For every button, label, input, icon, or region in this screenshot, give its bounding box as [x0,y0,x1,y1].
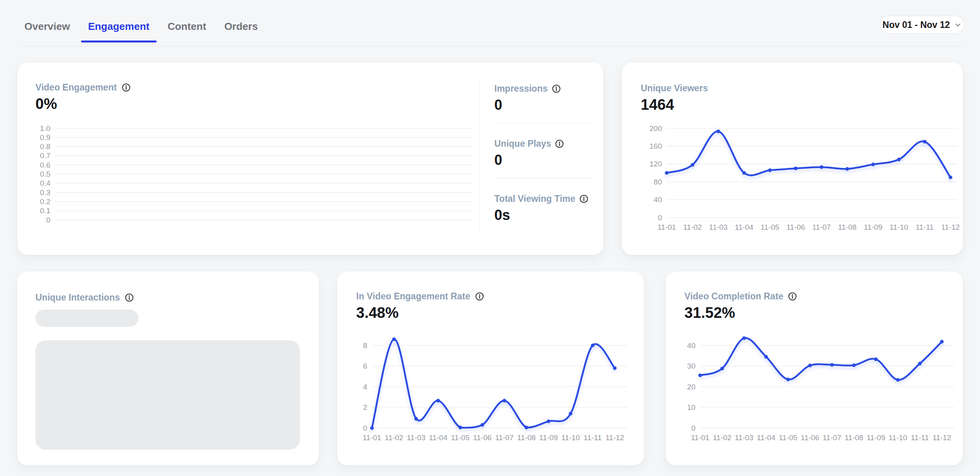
tab-orders-label: Orders [224,20,258,32]
svg-text:11-10: 11-10 [889,223,908,231]
svg-text:160: 160 [649,142,662,150]
svg-text:11-08: 11-08 [517,434,536,442]
svg-text:1.0: 1.0 [40,124,50,133]
svg-text:20: 20 [687,383,695,391]
tab-overview[interactable]: Overview [24,20,70,42]
svg-text:0.7: 0.7 [40,151,50,160]
date-range-picker[interactable]: Nov 01 - Nov 12 [880,16,964,34]
svg-text:200: 200 [649,124,662,133]
svg-text:11-03: 11-03 [407,434,425,442]
total-viewing-time-title: Total Viewing Time [494,194,575,204]
svg-text:0.4: 0.4 [40,179,51,187]
svg-text:11-10: 11-10 [889,434,907,442]
svg-text:11-04: 11-04 [757,434,776,442]
svg-text:11-02: 11-02 [683,223,702,231]
svg-text:11-09: 11-09 [867,434,885,442]
impressions-stat: Impressions 0 [494,83,597,113]
tab-orders[interactable]: Orders [224,20,258,42]
svg-text:11-02: 11-02 [713,434,731,442]
svg-text:11-08: 11-08 [838,223,856,231]
info-icon[interactable] [579,194,588,203]
unique-viewers-chart: 0408012016020011-0111-0211-0311-0411-051… [641,123,960,236]
stats-vertical-divider [479,81,480,234]
svg-text:11-01: 11-01 [691,434,709,442]
svg-text:11-04: 11-04 [429,434,448,442]
svg-text:11-12: 11-12 [941,223,960,231]
svg-text:30: 30 [687,362,695,370]
info-icon[interactable] [475,292,484,301]
svg-text:11-09: 11-09 [539,434,558,442]
unique-viewers-card: Unique Viewers 1464 0408012016020011-011… [622,63,963,255]
in-video-engagement-rate-chart: 0246811-0111-0211-0311-0411-0511-0611-07… [356,338,631,445]
svg-text:11-12: 11-12 [605,434,624,442]
loading-skeleton-chart [35,340,300,450]
impressions-value: 0 [494,97,597,113]
svg-text:40: 40 [654,196,662,204]
video-engagement-title: Video Engagement [35,82,117,92]
video-completion-rate-title: Video Completion Rate [684,291,783,301]
svg-text:0.3: 0.3 [40,188,50,197]
svg-text:4: 4 [363,383,367,391]
svg-text:2: 2 [363,403,367,411]
video-completion-rate-chart: 01020304011-0111-0211-0311-0411-0511-061… [684,338,958,445]
unique-plays-title: Unique Plays [494,138,551,149]
tab-bar: Overview Engagement Content Orders [24,20,258,42]
svg-text:40: 40 [687,341,695,350]
svg-text:0.6: 0.6 [40,161,50,169]
svg-text:11-08: 11-08 [845,434,863,442]
svg-text:10: 10 [687,403,695,411]
svg-text:0.8: 0.8 [40,142,50,151]
svg-text:11-07: 11-07 [812,223,831,231]
impressions-title: Impressions [494,83,548,94]
svg-text:11-03: 11-03 [735,434,753,442]
unique-plays-stat: Unique Plays 0 [494,138,597,168]
svg-text:0.1: 0.1 [40,207,50,215]
svg-text:0: 0 [691,424,695,432]
svg-text:11-07: 11-07 [823,434,841,442]
tab-engagement[interactable]: Engagement [88,20,150,42]
total-viewing-time-stat: Total Viewing Time 0s [494,194,597,223]
in-video-engagement-rate-card: In Video Engagement Rate 3.48% 0246811-0… [337,271,644,465]
svg-text:11-04: 11-04 [735,223,754,231]
svg-text:11-06: 11-06 [801,434,819,442]
svg-text:11-05: 11-05 [451,434,470,442]
unique-viewers-title: Unique Viewers [641,83,708,93]
video-completion-rate-value: 31.52% [684,304,735,321]
svg-text:11-07: 11-07 [495,434,514,442]
unique-viewers-title-row: Unique Viewers [641,83,708,93]
impressions-title-row: Impressions [494,83,597,94]
tab-engagement-label: Engagement [88,20,150,32]
chevron-down-icon [954,21,962,29]
svg-text:11-11: 11-11 [584,434,602,442]
svg-text:11-01: 11-01 [362,434,381,442]
svg-text:11-11: 11-11 [911,434,929,442]
tab-content[interactable]: Content [168,20,206,42]
info-icon[interactable] [552,84,561,93]
video-engagement-card: Video Engagement 0% 00.10.20.30.40.50.60… [17,63,603,255]
in-video-engagement-rate-title: In Video Engagement Rate [356,291,470,301]
video-engagement-chart: 00.10.20.30.40.50.60.70.80.91.0 [29,123,472,225]
unique-interactions-card: Unique Interactions [17,271,319,465]
svg-text:6: 6 [363,362,367,370]
svg-text:11-10: 11-10 [561,434,580,442]
total-viewing-time-title-row: Total Viewing Time [494,194,597,204]
svg-text:120: 120 [649,160,662,168]
svg-text:0.2: 0.2 [40,197,50,206]
svg-text:0.9: 0.9 [40,133,50,142]
svg-text:11-11: 11-11 [916,223,934,231]
info-icon[interactable] [555,139,564,148]
svg-text:11-01: 11-01 [657,223,676,231]
info-icon[interactable] [122,83,131,92]
info-icon[interactable] [125,293,134,302]
svg-text:11-06: 11-06 [786,223,805,231]
svg-text:11-02: 11-02 [385,434,403,442]
unique-plays-title-row: Unique Plays [494,138,597,149]
unique-interactions-title: Unique Interactions [35,292,120,303]
svg-text:0.5: 0.5 [40,170,50,178]
in-video-engagement-rate-title-row: In Video Engagement Rate [356,291,484,301]
info-icon[interactable] [788,292,797,301]
svg-text:11-06: 11-06 [473,434,492,442]
stats-divider [494,123,593,124]
svg-text:0: 0 [658,214,662,222]
tab-overview-label: Overview [24,20,70,32]
